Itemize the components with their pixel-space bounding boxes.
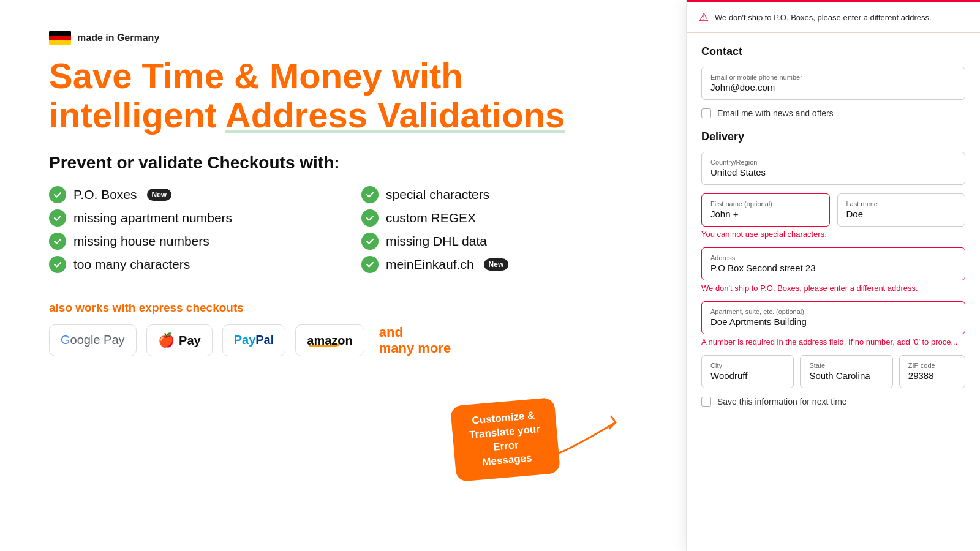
country-group: Country/Region United States [701, 152, 965, 185]
firstname-group: First name (optional) John + You can not… [701, 193, 830, 239]
features-col2: special characters custom REGEX missing … [361, 186, 649, 273]
headline-line2-underline: Address Validations [225, 95, 565, 135]
firstname-label: First name (optional) [710, 200, 821, 208]
save-checkbox[interactable] [701, 397, 711, 407]
feature-regex: custom REGEX [361, 209, 649, 227]
check-icon-po [49, 186, 66, 203]
address-field[interactable]: Address P.O Box Second street 23 [701, 247, 965, 280]
flag-stripe-red [49, 36, 71, 40]
paypal-logo: PayPal [234, 333, 274, 347]
email-checkbox-row: Email me with news and offers [701, 108, 965, 118]
check-icon-chars [49, 256, 66, 273]
lastname-field[interactable]: Last name Doe [837, 193, 966, 227]
firstname-error: You can not use special characters. [701, 230, 830, 239]
express-section: also works with express checkouts Google… [49, 301, 649, 356]
gpay-badge: Google Pay [49, 324, 137, 356]
apt-error: A number is required in the address fiel… [701, 337, 965, 347]
feature-dhl-text: missing DHL data [386, 234, 487, 249]
error-banner: ⚠ We don't ship to P.O. Boxes, please en… [687, 0, 980, 33]
email-field[interactable]: Email or mobile phone number John@doe.co… [701, 67, 965, 100]
address-value: P.O Box Second street 23 [710, 263, 816, 273]
arrow-icon [545, 413, 625, 462]
check-icon-regex [361, 209, 379, 227]
email-label: Email or mobile phone number [710, 73, 956, 81]
payment-logos: Google Pay 🍎 Pay PayPal [49, 324, 649, 356]
apt-field[interactable]: Apartment, suite, etc. (optional) Doe Ap… [701, 301, 965, 334]
checkout-panel: ⚠ We don't ship to P.O. Boxes, please en… [686, 0, 980, 551]
zip-field[interactable]: ZIP code 29388 [899, 355, 965, 388]
address-error: We don't ship to P.O. Boxes, please ente… [701, 283, 965, 293]
country-value: United States [710, 167, 766, 178]
left-panel: made in Germany Save Time & Money with i… [0, 0, 686, 551]
email-value: John@doe.com [710, 82, 775, 92]
save-row: Save this information for next time [701, 397, 965, 407]
headline-line2-prefix: intelligent [49, 95, 225, 135]
feature-apt: missing apartment numbers [49, 209, 337, 227]
state-group: State South Carolina [800, 355, 892, 388]
city-state-zip-row: City Woodruff State South Carolina ZIP c… [701, 355, 965, 388]
feature-meineinkauf-text: meinEinkauf.ch [386, 257, 474, 272]
checkout-content: Contact Email or mobile phone number Joh… [687, 33, 980, 551]
city-label: City [710, 362, 785, 369]
state-label: State [809, 362, 883, 369]
country-label: Country/Region [710, 159, 956, 166]
check-icon-special [361, 186, 379, 203]
applepay-logo: 🍎 Pay [158, 332, 201, 348]
email-checkbox[interactable] [701, 108, 711, 118]
apt-label: Apartment, suite, etc. (optional) [710, 308, 956, 315]
meineinkauf-new-badge: New [484, 258, 509, 271]
main-headline: Save Time & Money with intelligent Addre… [49, 56, 649, 135]
email-group: Email or mobile phone number John@doe.co… [701, 67, 965, 100]
apt-value: Doe Aprtments Building [710, 317, 807, 327]
lastname-value: Doe [846, 209, 864, 219]
headline-line1: Save Time & Money with [49, 56, 463, 96]
customize-bubble: Customize &Translate yourError Messages [450, 397, 560, 482]
contact-section-title: Contact [701, 45, 965, 58]
address-group: Address P.O Box Second street 23 We don'… [701, 247, 965, 293]
state-field[interactable]: State South Carolina [800, 355, 892, 388]
feature-chars-text: too many characters [74, 257, 190, 272]
german-flag-icon [49, 31, 71, 45]
email-checkbox-label: Email me with news and offers [717, 108, 834, 118]
made-in-germany-badge: made in Germany [49, 31, 649, 45]
zip-group: ZIP code 29388 [899, 355, 965, 388]
error-banner-text: We don't ship to P.O. Boxes, please ente… [715, 13, 932, 22]
feature-apt-text: missing apartment numbers [74, 211, 232, 225]
feature-special: special characters [361, 186, 649, 203]
feature-po-boxes: P.O. Boxes New [49, 186, 337, 203]
lastname-group: Last name Doe [837, 193, 966, 239]
made-in-germany-text: made in Germany [77, 32, 159, 43]
zip-value: 29388 [908, 370, 934, 381]
firstname-field[interactable]: First name (optional) John + [701, 193, 830, 227]
features-col1: P.O. Boxes New missing apartment numbers… [49, 186, 337, 273]
check-icon-dhl [361, 233, 379, 250]
flag-stripe-gold [49, 40, 71, 45]
zip-label: ZIP code [908, 362, 956, 369]
state-value: South Carolina [809, 370, 870, 381]
feature-regex-text: custom REGEX [386, 211, 476, 225]
city-group: City Woodruff [701, 355, 794, 388]
check-icon-apt [49, 209, 66, 227]
city-field[interactable]: City Woodruff [701, 355, 794, 388]
po-new-badge: New [147, 189, 172, 201]
feature-house: missing house numbers [49, 233, 337, 250]
firstname-value: John + [710, 209, 738, 219]
name-row: First name (optional) John + You can not… [701, 193, 965, 239]
feature-po-text: P.O. Boxes [74, 187, 137, 202]
flag-stripe-black [49, 31, 71, 36]
save-label: Save this information for next time [717, 397, 847, 407]
paypal-badge: PayPal [222, 324, 286, 356]
and-more-text: andmany more [379, 324, 451, 356]
check-icon-house [49, 233, 66, 250]
amazon-logo: amazon [307, 334, 352, 347]
lastname-label: Last name [846, 200, 957, 208]
feature-dhl: missing DHL data [361, 233, 649, 250]
gpay-logo: Google Pay [61, 333, 125, 347]
applepay-badge: 🍎 Pay [146, 324, 213, 356]
express-title: also works with express checkouts [49, 301, 649, 315]
apt-group: Apartment, suite, etc. (optional) Doe Ap… [701, 301, 965, 347]
address-label: Address [710, 254, 956, 261]
country-field[interactable]: Country/Region United States [701, 152, 965, 185]
apple-icon: 🍎 [158, 332, 175, 348]
feature-special-text: special characters [386, 187, 489, 202]
